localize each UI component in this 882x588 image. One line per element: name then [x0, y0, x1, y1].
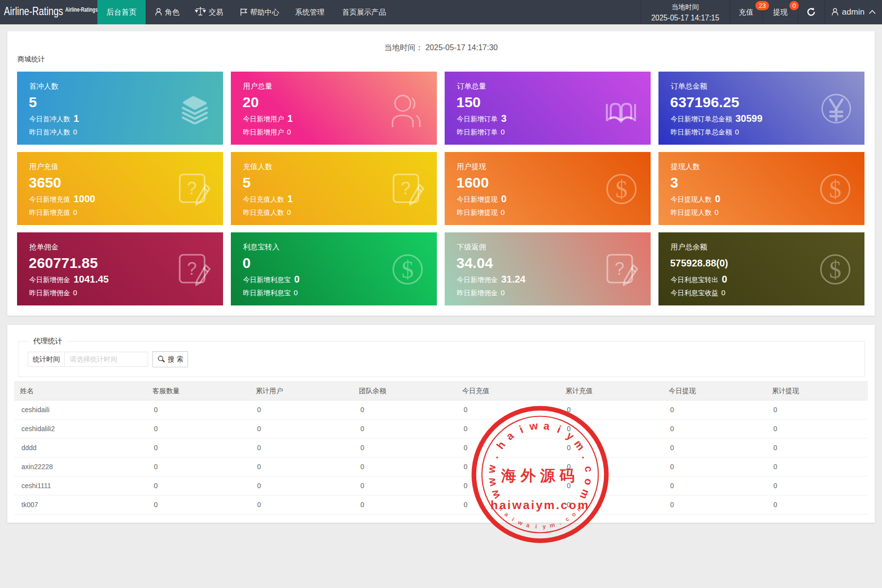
svg-text:c: c — [564, 515, 570, 523]
svg-text:w: w — [485, 464, 498, 474]
svg-text:m: m — [549, 521, 556, 529]
svg-text:y: y — [564, 429, 577, 443]
svg-text:i: i — [555, 423, 563, 436]
svg-text:.: . — [580, 453, 592, 460]
svg-text:?: ? — [187, 259, 197, 279]
svg-text:haiwaiym.com: haiwaiym.com — [490, 498, 589, 512]
svg-text:o: o — [582, 478, 595, 486]
svg-text:m: m — [572, 437, 587, 453]
svg-text:$: $ — [829, 256, 842, 283]
svg-text:a: a — [525, 522, 530, 529]
svg-text:$: $ — [402, 256, 414, 283]
svg-text:$: $ — [616, 175, 628, 203]
svg-text:a: a — [503, 511, 510, 518]
svg-text:a: a — [543, 419, 551, 432]
svg-text:?: ? — [187, 178, 197, 198]
svg-text:.: . — [558, 519, 562, 526]
svg-text:i: i — [517, 423, 525, 436]
svg-text:i: i — [511, 516, 516, 523]
svg-text:c: c — [582, 465, 595, 473]
svg-text:?: ? — [615, 259, 624, 279]
svg-text:a: a — [504, 429, 517, 443]
svg-text:y: y — [542, 523, 546, 530]
svg-text:o: o — [570, 511, 578, 518]
svg-text:?: ? — [401, 178, 411, 198]
svg-text:w: w — [485, 476, 499, 488]
svg-text:w: w — [517, 518, 524, 527]
svg-text:h: h — [494, 439, 507, 452]
svg-text:海外源码: 海外源码 — [501, 467, 579, 484]
svg-text:w: w — [528, 419, 539, 433]
svg-text:i: i — [535, 523, 537, 530]
svg-text:.: . — [488, 453, 501, 460]
svg-text:$: $ — [829, 175, 842, 203]
